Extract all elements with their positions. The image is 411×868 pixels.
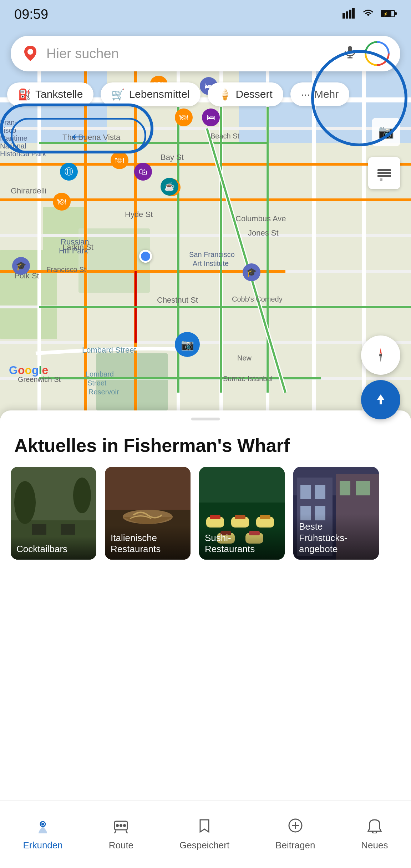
- status-time: 09:59: [14, 7, 48, 22]
- svg-rect-6: [395, 12, 397, 15]
- layers-button[interactable]: ⊞: [368, 157, 400, 189]
- mehr-icon: ···: [301, 88, 310, 100]
- svg-text:Russian: Russian: [61, 237, 89, 246]
- chip-mehr-label: Mehr: [314, 88, 339, 100]
- svg-text:Beach St: Beach St: [210, 132, 240, 140]
- svg-rect-93: [61, 524, 75, 535]
- route-icon: [113, 818, 129, 837]
- svg-point-123: [120, 824, 122, 827]
- svg-text:Google: Google: [9, 364, 48, 377]
- nav-item-gespeichert[interactable]: Gespeichert: [179, 818, 229, 851]
- neues-label: Neues: [361, 840, 388, 851]
- location-dot: [139, 250, 152, 263]
- card-cocktailbars[interactable]: Cocktailbars: [11, 467, 96, 560]
- svg-text:Bay St: Bay St: [161, 153, 184, 162]
- restaurant-pin-4[interactable]: 🍽: [53, 193, 71, 211]
- nav-item-erkunden[interactable]: Erkunden: [23, 818, 62, 851]
- svg-point-79: [379, 354, 382, 357]
- svg-rect-114: [315, 485, 325, 499]
- svg-text:Hill Park: Hill Park: [59, 246, 88, 255]
- svg-text:Lombard: Lombard: [86, 370, 114, 378]
- back-chip[interactable]: ←: [11, 118, 146, 153]
- svg-text:Cobb's Comedy: Cobb's Comedy: [232, 295, 283, 303]
- svg-rect-117: [340, 481, 350, 495]
- battery-icon: ⚡: [381, 8, 397, 20]
- food-pin-2[interactable]: ☕: [161, 178, 178, 196]
- school-pin-2[interactable]: 🎓: [243, 263, 260, 281]
- restaurant-pin-1[interactable]: 🍽: [175, 108, 193, 126]
- dessert-icon: 🍦: [218, 88, 232, 101]
- status-icons: ⚡: [342, 8, 397, 21]
- svg-rect-85: [377, 172, 391, 174]
- svg-rect-92: [32, 524, 46, 535]
- svg-rect-118: [356, 481, 370, 495]
- chip-tankstelle[interactable]: ⛽ Tankstelle: [7, 82, 93, 106]
- svg-text:Chestnut St: Chestnut St: [157, 296, 198, 304]
- svg-text:Francisco St: Francisco St: [46, 266, 86, 273]
- svg-point-120: [41, 823, 44, 826]
- svg-rect-104: [260, 515, 270, 519]
- maps-logo: [21, 44, 39, 63]
- chip-mehr[interactable]: ··· Mehr: [290, 82, 349, 106]
- school-pin[interactable]: 🎓: [12, 257, 30, 275]
- svg-rect-86: [377, 175, 391, 177]
- svg-rect-3: [352, 8, 355, 19]
- svg-text:Columbus Ave: Columbus Ave: [235, 214, 286, 223]
- gespeichert-label: Gespeichert: [179, 840, 229, 851]
- card-italian[interactable]: Italienische Restaurants: [105, 467, 191, 560]
- svg-text:⊞: ⊞: [380, 177, 382, 181]
- drag-handle[interactable]: [191, 418, 220, 420]
- erkunden-label: Erkunden: [23, 840, 62, 851]
- svg-rect-2: [349, 10, 351, 19]
- nav-item-neues[interactable]: Neues: [361, 818, 388, 851]
- search-placeholder[interactable]: Hier suchen: [46, 46, 342, 61]
- shop-pin-1[interactable]: 🛍: [134, 163, 152, 181]
- svg-rect-12: [96, 353, 168, 410]
- svg-text:Street: Street: [87, 379, 107, 387]
- svg-point-122: [116, 824, 119, 827]
- svg-text:New: New: [237, 354, 252, 362]
- svg-rect-100: [210, 515, 220, 519]
- svg-marker-77: [380, 348, 382, 354]
- cards-row: Cocktailbars Italienische Restaurants: [0, 467, 411, 560]
- compass-button[interactable]: [361, 335, 400, 375]
- card-cocktailbars-label: Cocktailbars: [11, 536, 96, 560]
- wifi-icon: [362, 8, 375, 21]
- beitragen-icon: [288, 818, 303, 837]
- chip-lebensmittel-label: Lebensmittel: [129, 88, 189, 100]
- bottom-nav: Erkunden Route Gespeichert: [0, 800, 411, 868]
- hotel-pin[interactable]: 🛏: [202, 108, 220, 126]
- mic-icon[interactable]: [342, 44, 357, 63]
- svg-point-124: [123, 824, 126, 827]
- nav-item-route[interactable]: Route: [109, 818, 133, 851]
- status-bar: 09:59 ⚡: [0, 0, 411, 29]
- svg-rect-102: [235, 515, 245, 519]
- nav-item-beitragen[interactable]: Beitragen: [275, 818, 315, 851]
- signal-icon: [342, 8, 355, 21]
- svg-text:Jones St: Jones St: [248, 228, 279, 237]
- card-sushi-label: Sushi-Restaurants: [199, 525, 285, 560]
- card-breakfast[interactable]: Beste Frühstücks-angebote: [293, 467, 379, 560]
- section-title: Aktuelles in Fisherman's Wharf: [0, 420, 411, 467]
- user-avatar[interactable]: [365, 41, 390, 66]
- camera-chip-top[interactable]: 📷: [372, 118, 400, 146]
- back-arrow-icon: ←: [68, 123, 89, 148]
- chip-lebensmittel[interactable]: 🛒 Lebensmittel: [101, 82, 200, 106]
- svg-text:Ghirardelli: Ghirardelli: [11, 186, 46, 195]
- card-sushi[interactable]: Sushi-Restaurants: [199, 467, 285, 560]
- svg-rect-113: [300, 485, 311, 499]
- svg-text:San Francisco: San Francisco: [189, 251, 235, 258]
- bottom-panel: Aktuelles in Fisherman's Wharf Cocktailb…: [0, 410, 411, 868]
- directions-button[interactable]: [361, 380, 400, 419]
- search-bar[interactable]: Hier suchen: [11, 36, 400, 71]
- chip-dessert[interactable]: 🍦 Dessert: [208, 82, 283, 106]
- svg-rect-11: [78, 228, 150, 293]
- bar-pin-1[interactable]: ⑪: [60, 163, 78, 181]
- card-italian-label: Italienische Restaurants: [105, 525, 191, 560]
- camera-pin-lombard[interactable]: 📷: [175, 332, 200, 357]
- svg-point-80: [27, 49, 33, 55]
- restaurant-pin-2[interactable]: 🍽: [111, 151, 128, 169]
- svg-rect-84: [377, 169, 391, 171]
- gespeichert-icon: [197, 818, 212, 837]
- svg-rect-1: [346, 11, 348, 19]
